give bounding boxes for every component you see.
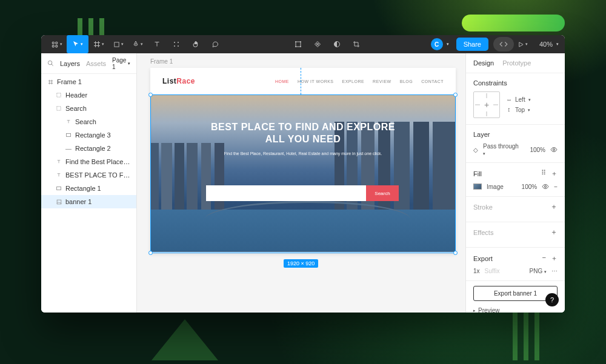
svg-point-9 [178, 45, 179, 47]
svg-point-1 [55, 42, 57, 44]
text-tool-button[interactable] [148, 35, 166, 53]
frame-tool-button[interactable]: ▾ [90, 35, 108, 53]
canvas[interactable]: Frame 1 ListRace HOME HOW IT WORKS EXPLO… [137, 53, 465, 313]
layer-opacity[interactable]: 100% [530, 147, 545, 153]
fill-add-icon[interactable]: ＋ [551, 169, 558, 178]
resources-button[interactable] [167, 35, 185, 53]
fill-opacity[interactable]: 100% [522, 184, 538, 190]
svg-rect-16 [56, 187, 61, 190]
site-header: ListRace HOME HOW IT WORKS EXPLORE REVIE… [150, 68, 456, 94]
svg-point-0 [52, 42, 54, 44]
search-input-rect [206, 185, 366, 201]
mask-tool-icon[interactable] [328, 35, 346, 53]
zoom-dropdown[interactable]: 40%▾ [539, 41, 559, 48]
frame-title[interactable]: Frame 1 [150, 58, 173, 65]
component-tool-icon[interactable] [308, 35, 327, 53]
rect-icon [65, 132, 72, 138]
search-icon[interactable] [47, 60, 54, 67]
svg-point-12 [48, 61, 52, 64]
constraint-v-dropdown[interactable]: ↔ Top ▾ [506, 107, 531, 113]
layer-frame1[interactable]: Frame 1 [41, 75, 136, 88]
layer-search-group[interactable]: Search [41, 102, 136, 115]
banner-image[interactable]: BEST PLACE TO FIND AND EXPLORE ALL YOU N… [150, 94, 456, 252]
export-suffix-input[interactable]: Suffix [485, 268, 500, 274]
constraint-v-label: Top [515, 107, 525, 113]
nav-home: HOME [275, 79, 289, 84]
page-label: Page 1 [112, 57, 126, 70]
svg-point-7 [178, 42, 179, 43]
hand-tool-button[interactable] [187, 35, 205, 53]
move-tool-button[interactable]: ▾ [67, 35, 88, 53]
layer-rect1[interactable]: Rectangle 1 [41, 182, 136, 195]
bg-triangle [152, 319, 218, 360]
layer-rect3[interactable]: Rectangle 3 [41, 128, 136, 142]
layer-find-text[interactable]: Find the Best Place, Restaura… [41, 155, 136, 168]
layer-search-text[interactable]: Search [41, 115, 136, 128]
zoom-label: 40% [539, 41, 553, 48]
svg-point-19 [545, 186, 547, 188]
layer-label: Header [65, 91, 87, 99]
visibility-eye-icon[interactable] [550, 146, 558, 153]
avatar-initial: C [435, 41, 439, 48]
crop-tool-icon[interactable] [347, 35, 365, 53]
main-menu-button[interactable]: ▾ [47, 35, 65, 53]
left-panel: Layers Assets Page 1▾ Frame 1 Header Sea… [41, 53, 137, 313]
stroke-add-icon[interactable]: ＋ [550, 202, 558, 212]
tab-prototype[interactable]: Prototype [502, 59, 531, 67]
fill-type[interactable]: Image [487, 184, 504, 190]
tab-assets[interactable]: Assets [86, 60, 106, 67]
tab-layers[interactable]: Layers [60, 60, 80, 67]
image-icon [56, 199, 62, 205]
banner-text: BEST PLACE TO FIND AND EXPLORE ALL YOU N… [150, 121, 456, 156]
dev-mode-toggle[interactable] [493, 37, 514, 51]
export-format-dropdown[interactable]: PNG ▾ [530, 268, 547, 274]
line-icon: — [65, 145, 72, 151]
svg-rect-10 [296, 42, 301, 47]
text-icon [56, 172, 62, 178]
help-button[interactable]: ? [545, 293, 559, 306]
tab-design[interactable]: Design [473, 59, 494, 67]
layer-label: BEST PLACE TO FIND AND E… [65, 171, 132, 179]
user-avatar[interactable]: C [431, 38, 443, 50]
svg-rect-14 [57, 107, 61, 110]
export-more-icon[interactable]: ⋯ [551, 268, 558, 274]
fill-remove-icon[interactable]: − [554, 184, 558, 190]
export-button-label: Export banner 1 [494, 290, 537, 297]
bg-pill [462, 15, 565, 31]
frame-1[interactable]: ListRace HOME HOW IT WORKS EXPLORE REVIE… [150, 68, 456, 253]
layer-section-title: Layer [473, 131, 558, 138]
layer-banner1[interactable]: banner 1 [41, 195, 136, 208]
group-icon [56, 105, 62, 111]
layer-header[interactable]: Header [41, 88, 136, 102]
blend-mode-dropdown[interactable]: Pass through ▾ [483, 143, 520, 156]
pen-tool-button[interactable]: ▾ [128, 35, 147, 53]
fill-styles-icon[interactable]: ⠿ [541, 169, 546, 178]
layer-label: Rectangle 3 [75, 131, 111, 139]
svg-rect-4 [114, 42, 118, 46]
layer-best-text[interactable]: BEST PLACE TO FIND AND E… [41, 168, 136, 182]
constraints-widget[interactable] [473, 91, 500, 118]
frame-icon [47, 79, 53, 85]
fill-swatch[interactable] [473, 184, 482, 190]
share-button[interactable]: Share [456, 38, 488, 51]
layer-label: Frame 1 [57, 78, 82, 85]
top-toolbar: ▾ ▾ ▾ ▾ ▾ [41, 35, 565, 53]
group-icon [56, 92, 62, 98]
avatar-chevron-icon[interactable]: ▾ [447, 42, 449, 47]
present-button[interactable]: ▾ [515, 35, 531, 53]
layer-rect2[interactable]: — Rectangle 2 [41, 142, 136, 155]
region-tool-icon[interactable] [289, 35, 307, 53]
effects-add-icon[interactable]: ＋ [550, 227, 558, 237]
page-dropdown[interactable]: Page 1▾ [112, 57, 130, 70]
fill-title: Fill [473, 170, 482, 177]
export-scale[interactable]: 1x [473, 268, 480, 274]
shape-tool-button[interactable]: ▾ [109, 35, 127, 53]
comment-tool-button[interactable] [206, 35, 224, 53]
constraint-h-dropdown[interactable]: ↔ Left ▾ [506, 96, 531, 103]
fill-visibility-icon[interactable] [542, 183, 549, 190]
blend-label: Pass through [483, 143, 519, 150]
export-remove-icon[interactable]: − [542, 254, 546, 263]
layer-label: Search [65, 105, 87, 112]
export-add-icon[interactable]: ＋ [551, 254, 558, 263]
nav-contact: CONTACT [421, 79, 444, 84]
